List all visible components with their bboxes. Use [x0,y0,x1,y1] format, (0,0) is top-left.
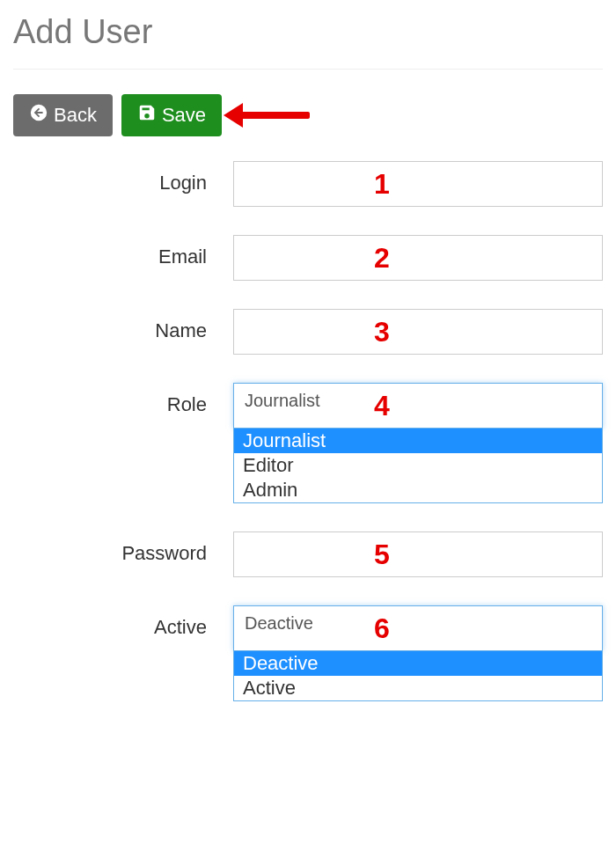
name-input[interactable] [233,309,603,355]
save-button-label: Save [162,104,206,127]
label-email: Email [13,235,233,268]
page-title: Add User [13,0,603,70]
arrow-left-circle-icon [29,103,48,128]
back-button[interactable]: Back [13,94,113,136]
row-password: Password 5 [13,531,603,577]
active-select[interactable]: Deactive [233,605,603,651]
arrow-annotation [239,112,310,119]
role-option-admin[interactable]: Admin [234,478,602,502]
row-active: Active Deactive 6 Deactive Active [13,605,603,701]
login-input[interactable] [233,161,603,207]
active-selected-value: Deactive [245,613,313,633]
role-option-editor[interactable]: Editor [234,453,602,478]
row-role: Role Journalist 4 Journalist Editor Admi… [13,383,603,503]
save-button[interactable]: Save [121,94,222,136]
toolbar: Back Save [13,94,603,136]
role-select[interactable]: Journalist [233,383,603,429]
label-login: Login [13,161,233,194]
active-dropdown-list: Deactive Active [233,651,603,701]
row-login: Login 1 [13,161,603,207]
label-password: Password [13,531,233,565]
back-button-label: Back [54,104,97,127]
save-icon [137,103,157,128]
active-option-deactive[interactable]: Deactive [234,651,602,676]
role-option-journalist[interactable]: Journalist [234,429,602,453]
password-input[interactable] [233,531,603,577]
label-name: Name [13,309,233,342]
role-selected-value: Journalist [245,391,320,410]
active-option-active[interactable]: Active [234,676,602,700]
row-name: Name 3 [13,309,603,355]
email-input[interactable] [233,235,603,281]
label-active: Active [13,605,233,639]
role-dropdown-list: Journalist Editor Admin [233,429,603,503]
label-role: Role [13,383,233,416]
row-email: Email 2 [13,235,603,281]
